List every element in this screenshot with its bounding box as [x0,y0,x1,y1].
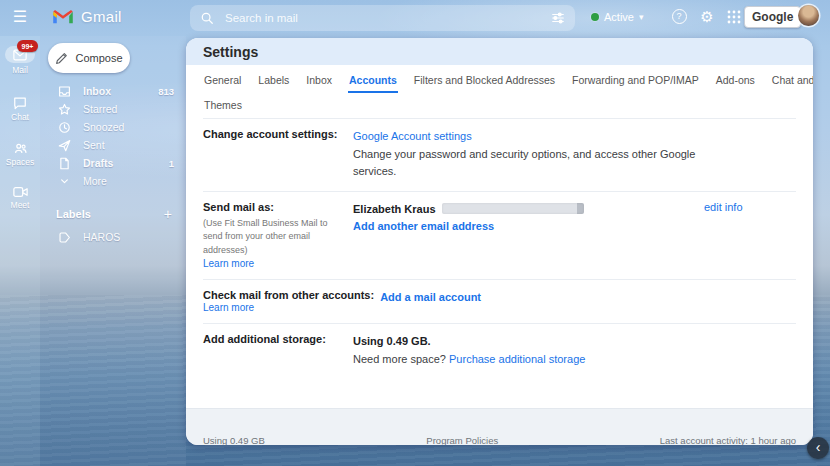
sidebar-item-drafts[interactable]: Drafts 1 [40,154,186,172]
section-label: Send mail as: [203,201,274,213]
mail-unread-badge: 99+ [17,40,38,52]
sent-icon [58,139,71,152]
active-status-dot [591,13,599,21]
settings-tabs: General Labels Inbox Accounts Filters an… [186,65,813,118]
mail-sidebar: Compose Inbox 813 Starred S [40,36,186,466]
account-settings-description: Change your password and security option… [353,148,695,178]
tab-forwarding[interactable]: Forwarding and POP/IMAP [571,68,700,93]
meet-camera-icon [13,186,28,198]
previous-arrow-button[interactable]: ‹ [807,437,829,459]
sidebar-item-inbox[interactable]: Inbox 813 [40,82,186,100]
sidebar-item-sent[interactable]: Sent [40,136,186,154]
chevron-left-icon: ‹ [816,439,821,455]
storage-prompt: Need more space? [353,353,446,365]
last-account-activity: Last account activity: 1 hour ago [660,433,796,445]
gmail-m-icon [52,9,74,25]
google-watermark: Google [744,6,801,28]
sidebar-item-snoozed[interactable]: Snoozed [40,118,186,136]
add-another-email-link[interactable]: Add another email address [353,220,494,232]
send-mail-as-hint: (Use Fit Small Business Mail to send fro… [203,217,343,258]
profile-avatar[interactable] [798,5,819,26]
rail-item-spaces[interactable]: Spaces [0,141,40,167]
labels-header: Labels + [40,204,186,224]
rail-item-chat[interactable]: Chat [0,96,40,122]
add-mail-account-link[interactable]: Add a mail account [380,291,481,303]
tab-accounts[interactable]: Accounts [348,68,398,93]
search-input[interactable] [223,11,551,25]
inbox-icon [58,85,71,98]
tab-chat-and-meet[interactable]: Chat and Meet [771,68,813,93]
compose-pencil-icon [55,52,68,65]
settings-sections: Change account settings: Google Account … [186,118,813,408]
chevron-down-icon [58,175,71,188]
gmail-wordmark: Gmail [81,8,122,25]
star-icon [58,103,71,116]
section-check-mail: Check mail from other accounts: Learn mo… [203,279,796,323]
sidebar-item-more[interactable]: More [40,172,186,190]
snoozed-clock-icon [58,121,71,134]
tab-inbox[interactable]: Inbox [305,68,333,93]
page-title: Settings [186,38,813,65]
footer-storage-usage: Using 0.49 GB [203,433,265,445]
learn-more-link[interactable]: Learn more [203,302,254,313]
section-label: Add additional storage: [203,333,326,345]
storage-usage: Using 0.49 GB. [353,335,431,347]
edit-info-link[interactable]: edit info [704,201,743,213]
learn-more-link[interactable]: Learn more [203,258,254,269]
chat-icon [13,96,27,110]
sidebar-nav: Inbox 813 Starred Snoozed [40,82,186,246]
apps-grid-icon[interactable] [727,10,745,28]
status-label: Active [604,11,634,23]
gmail-logo: Gmail [52,8,122,25]
chevron-down-icon: ▾ [639,12,644,22]
search-options-icon[interactable] [551,11,565,25]
create-label-icon[interactable]: + [164,206,172,222]
search-icon [200,11,214,25]
availability-status[interactable]: Active ▾ [591,11,644,23]
tab-general[interactable]: General [203,68,242,93]
tab-themes[interactable]: Themes [203,93,243,118]
section-add-storage: Add additional storage: Using 0.49 GB. N… [203,323,796,408]
sidebar-label-haros[interactable]: HAROS [40,228,186,246]
section-label: Change account settings: [203,128,337,140]
section-send-mail-as: Send mail as: (Use Fit Small Business Ma… [203,191,796,280]
label-tag-icon [58,231,71,244]
search-bar[interactable] [190,5,575,31]
hamburger-menu-icon[interactable]: ☰ [11,8,29,26]
gmail-app: ☰ Gmail Active ▾ ? ⚙ Google [0,0,830,466]
compose-button[interactable]: Compose [48,43,130,73]
sidebar-item-starred[interactable]: Starred [40,100,186,118]
draft-file-icon [58,157,71,170]
app-rail: 99+ Mail Chat Spaces Meet [0,36,40,466]
redacted-email-address [442,203,584,214]
section-change-account-settings: Change account settings: Google Account … [203,118,796,191]
sender-name: Elizabeth Kraus [353,203,436,215]
program-policies-link[interactable]: Program Policies [421,433,504,445]
settings-footer: Using 0.49 GB Program Policies Powered b… [186,408,813,445]
purchase-storage-link[interactable]: Purchase additional storage [449,353,585,365]
tab-addons[interactable]: Add-ons [715,68,756,93]
inbox-count: 813 [158,86,174,97]
drafts-count: 1 [169,158,174,169]
settings-gear-icon[interactable]: ⚙ [698,8,716,26]
compose-label: Compose [75,52,122,64]
tab-filters[interactable]: Filters and Blocked Addresses [413,68,556,93]
google-account-settings-link[interactable]: Google Account settings [353,130,472,142]
settings-panel: Settings General Labels Inbox Accounts F… [186,38,813,445]
section-label: Check mail from other accounts: [203,289,374,301]
help-icon[interactable]: ? [670,8,688,26]
rail-item-meet[interactable]: Meet [0,186,40,210]
spaces-icon [13,141,28,155]
tab-labels[interactable]: Labels [257,68,290,93]
rail-item-mail[interactable]: 99+ Mail [0,46,40,75]
